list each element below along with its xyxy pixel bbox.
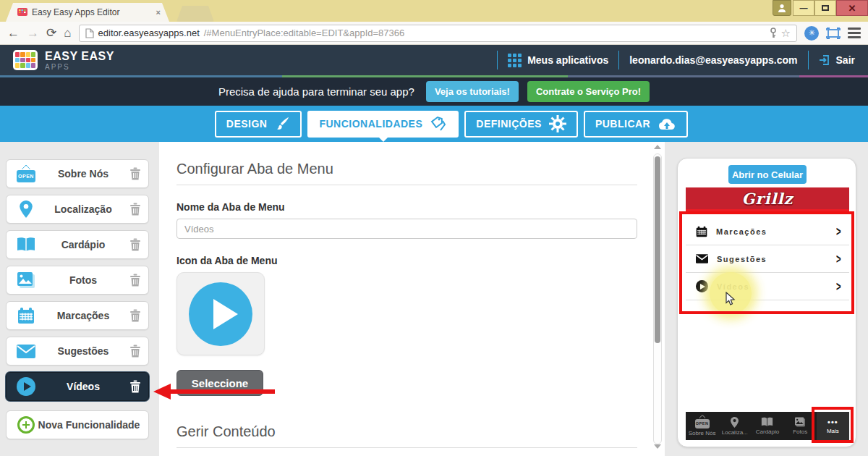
- photos-icon: [17, 271, 35, 289]
- logo-line1: EASY EASY: [45, 50, 114, 63]
- phone-frame: Abrir no Celular Grillz Marcações >: [677, 158, 856, 447]
- feature-sidebar: OPEN Sobre Nós Localização: [0, 142, 159, 456]
- envelope-icon: [696, 254, 708, 263]
- trash-icon[interactable]: [129, 203, 141, 216]
- mouse-cursor: [726, 292, 736, 306]
- screenshot-frame-icon[interactable]: [826, 28, 841, 39]
- sidebar-item-marcacoes[interactable]: Marcações: [6, 301, 149, 330]
- calendar-icon: [17, 307, 35, 324]
- open-sign-icon: OPEN: [695, 419, 710, 428]
- photos-icon: [794, 417, 806, 427]
- preview-tabbar: OPEN Sobre Nós Localiza...: [686, 412, 849, 440]
- play-icon-large: [189, 282, 252, 346]
- url-bar[interactable]: editor.easyeasyapps.net/#MenuEntryPlace:…: [79, 25, 797, 42]
- favicon-icon: [17, 8, 27, 17]
- trash-icon[interactable]: [129, 238, 141, 251]
- open-on-phone-button[interactable]: Abrir no Celular: [728, 165, 807, 184]
- trash-icon[interactable]: [129, 167, 141, 180]
- sidebar-item-cardapio[interactable]: Cardápio: [6, 230, 149, 259]
- chevron-right-icon: >: [836, 279, 841, 294]
- preview-tab-cardapio[interactable]: Cardápio: [751, 412, 783, 440]
- scroll-track[interactable]: [653, 153, 662, 444]
- icon-field-label: Icon da Aba de Menu: [176, 255, 655, 266]
- browser-titlebar: Easy Easy Apps Editor × — ✕: [0, 0, 868, 22]
- tutorials-button[interactable]: Veja os tutoriais!: [426, 81, 519, 102]
- sidebar-item-sobre-nos[interactable]: OPEN Sobre Nós: [6, 159, 149, 188]
- preview-menu-item-sugestoes[interactable]: Sugestões >: [686, 245, 849, 273]
- window-controls: — ✕: [793, 0, 868, 16]
- tab-definicoes[interactable]: DEFINIÇÕES: [464, 111, 578, 138]
- reload-icon[interactable]: ⟳: [46, 27, 56, 39]
- scroll-down-icon[interactable]: [654, 444, 661, 449]
- user-email[interactable]: leonardo.dias@easyeasyapps.com: [629, 54, 797, 66]
- map-pin-icon: [20, 200, 33, 218]
- tab-design[interactable]: DESIGN: [215, 111, 302, 138]
- panel-title: Configurar Aba de Menu: [176, 161, 637, 185]
- step-tabs: DESIGN FUNCIONALIDADES DEFINIÇÕES: [0, 106, 868, 142]
- extension-icon[interactable]: ✳: [804, 26, 819, 41]
- book-icon: [761, 417, 773, 427]
- sidebar-item-sugestoes[interactable]: Sugestões: [6, 337, 149, 366]
- home-icon[interactable]: ⌂: [64, 26, 71, 41]
- url-host: editor.easyeasyapps.net: [98, 28, 200, 38]
- plus-circle-icon: [17, 416, 35, 434]
- preview-tab-mais[interactable]: ••• Mais: [817, 412, 849, 440]
- icon-preview: [176, 272, 265, 355]
- sidebar-item-videos[interactable]: Vídeos: [6, 372, 149, 401]
- more-dots-icon: •••: [827, 418, 838, 426]
- bookmark-star-icon[interactable]: ☆: [781, 27, 791, 40]
- page-icon: [85, 28, 94, 38]
- preview-tab-sobre-nos[interactable]: OPEN Sobre Nós: [686, 412, 718, 440]
- help-bar: Precisa de ajuda para terminar seu app? …: [0, 77, 868, 106]
- minimize-button[interactable]: —: [793, 0, 814, 16]
- forward-icon[interactable]: →: [27, 27, 39, 39]
- play-circle-icon: [696, 280, 708, 292]
- tab-title: Easy Easy Apps Editor: [32, 7, 152, 17]
- tab-name-input[interactable]: [176, 219, 637, 239]
- browser-tab[interactable]: Easy Easy Apps Editor ×: [6, 3, 169, 22]
- tab-publicar[interactable]: PUBLICAR: [584, 111, 688, 138]
- key-icon[interactable]: [770, 28, 777, 39]
- trash-icon[interactable]: [129, 309, 141, 322]
- back-icon[interactable]: ←: [7, 27, 20, 39]
- preview-menu-item-marcacoes[interactable]: Marcações >: [686, 218, 849, 245]
- name-field-label: Nome da Aba de Menu: [176, 201, 655, 213]
- browser-toolbar: ← → ⟳ ⌂ editor.easyeasyapps.net/#MenuEnt…: [0, 22, 868, 45]
- app-logo[interactable]: EASY EASY APPS: [13, 50, 114, 71]
- tab-funcionalidades[interactable]: FUNCIONALIDADES: [307, 111, 459, 138]
- config-panel: Configurar Aba de Menu Nome da Aba de Me…: [159, 142, 655, 456]
- new-tab-button[interactable]: [176, 6, 214, 22]
- trash-icon[interactable]: [129, 380, 141, 393]
- chevron-right-icon: >: [836, 251, 841, 266]
- menu-icon[interactable]: [848, 28, 861, 38]
- gear-icon: [549, 115, 566, 132]
- chevron-right-icon: >: [836, 224, 841, 239]
- tab-close-icon[interactable]: ×: [156, 8, 161, 17]
- pro-service-button[interactable]: Contrate o Serviço Pro!: [527, 81, 650, 102]
- cloud-upload-icon: [658, 117, 676, 131]
- app-preview-header: Grillz: [686, 187, 849, 209]
- profile-button[interactable]: [773, 0, 791, 16]
- preview-tab-fotos[interactable]: Fotos: [784, 412, 817, 440]
- content-section-title: Gerir Conteúdo: [176, 423, 637, 448]
- person-icon: [778, 4, 786, 12]
- calendar-icon: [696, 226, 707, 237]
- scroll-thumb[interactable]: [655, 156, 660, 343]
- preview-tab-localizacao[interactable]: Localiza...: [718, 412, 751, 440]
- logo-line2: APPS: [45, 63, 114, 71]
- sidebar-item-fotos[interactable]: Fotos: [6, 266, 149, 295]
- trash-icon[interactable]: [129, 345, 141, 358]
- add-feature-button[interactable]: Nova Funcionalidade: [6, 410, 149, 439]
- sidebar-item-localizacao[interactable]: Localização: [6, 195, 149, 224]
- annotation-arrow: [153, 383, 276, 400]
- map-pin-icon: [731, 417, 739, 428]
- scroll-up-icon[interactable]: [654, 145, 661, 149]
- maximize-button[interactable]: [814, 0, 836, 16]
- scrollbar[interactable]: [650, 142, 665, 456]
- my-apps-link[interactable]: Meus aplicativos: [508, 54, 608, 67]
- close-button[interactable]: ✕: [836, 0, 868, 16]
- logout-label: Sair: [836, 54, 855, 66]
- logout-link[interactable]: Sair: [819, 54, 855, 66]
- help-question: Precisa de ajuda para terminar seu app?: [218, 85, 414, 98]
- trash-icon[interactable]: [129, 274, 141, 287]
